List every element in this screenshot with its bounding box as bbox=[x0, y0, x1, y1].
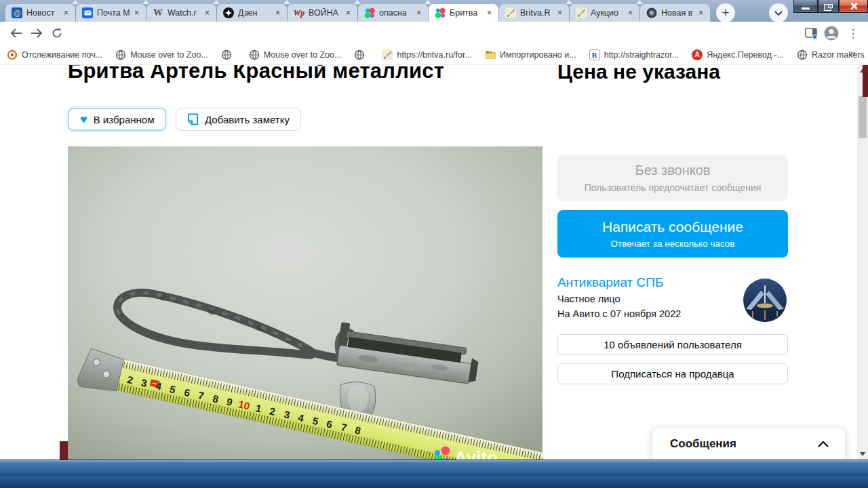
tab-close-icon[interactable]: × bbox=[555, 8, 565, 18]
tab-close-icon[interactable]: × bbox=[414, 8, 424, 18]
tab-pochta[interactable]: Почта М × bbox=[76, 4, 146, 22]
back-icon[interactable] bbox=[7, 24, 26, 43]
yandex-translate-icon: А bbox=[692, 49, 703, 60]
mailru-news-icon: @ bbox=[12, 7, 22, 18]
tab-peak bbox=[213, 0, 220, 4]
tab-peak bbox=[354, 0, 361, 4]
tab-label: Britva.R bbox=[520, 8, 555, 18]
mail-envelope-icon bbox=[82, 7, 93, 18]
bookmark-item[interactable]: Mouse over to Zoo... bbox=[249, 49, 342, 60]
tab-voyna[interactable]: Wp ВОЙНА × bbox=[288, 4, 357, 22]
bookmark-item[interactable] bbox=[221, 49, 236, 60]
seller-type: Частное лицо bbox=[557, 293, 620, 304]
orange-ring-icon bbox=[7, 49, 18, 60]
watch-w-icon: W bbox=[153, 7, 163, 18]
menu-dots-icon[interactable]: ⋮ bbox=[844, 24, 863, 43]
tab-opasna[interactable]: опасна × bbox=[358, 4, 428, 22]
add-note-button[interactable]: Добавить заметку bbox=[176, 108, 301, 131]
screen-artifact bbox=[863, 65, 868, 97]
profile-avatar-icon[interactable] bbox=[822, 24, 841, 43]
razor-icon bbox=[505, 7, 516, 18]
tab-divider bbox=[216, 8, 217, 18]
bookmark-item[interactable]: Отслеживание поч... bbox=[7, 49, 102, 60]
tab-peak bbox=[566, 0, 572, 4]
avito-dots-icon bbox=[364, 7, 375, 18]
tab-divider bbox=[287, 8, 288, 18]
price-label: Цена не указана bbox=[557, 65, 720, 83]
page-content: Бритва Артель Красный металлист Цена не … bbox=[0, 65, 868, 460]
bookmark-item[interactable]: Импортировано и... bbox=[485, 49, 576, 60]
tab-close-icon[interactable]: × bbox=[202, 8, 212, 18]
tab-close-icon[interactable]: × bbox=[696, 8, 706, 18]
tab-label: Дзен bbox=[238, 8, 273, 18]
tab-divider bbox=[569, 8, 570, 18]
seller-avatar[interactable] bbox=[743, 279, 787, 322]
bookmarks-overflow-chevron[interactable]: » bbox=[850, 47, 856, 58]
avito-dots-icon bbox=[435, 7, 446, 18]
maximize-button[interactable] bbox=[818, 0, 839, 13]
seller-name-link[interactable]: Антиквариат СПБ bbox=[557, 275, 663, 290]
tab-peak bbox=[283, 0, 290, 4]
no-calls-subtitle: Пользователь предпочитает сообщения bbox=[585, 182, 762, 193]
listing-photo[interactable]: 2 3 4 5 6 7 8 9 10 1 2 3 4 5 6 7 8 bbox=[68, 146, 542, 460]
tab-novost[interactable]: @ Новост × bbox=[5, 4, 75, 22]
new-tab-button[interactable]: + bbox=[716, 3, 735, 22]
razor-icon bbox=[382, 49, 393, 60]
tab-divider bbox=[75, 8, 76, 18]
globe-icon bbox=[115, 49, 126, 60]
subscribe-seller-button[interactable]: Подписаться на продавца bbox=[557, 363, 788, 384]
tab-divider bbox=[639, 8, 640, 18]
seller-items-button[interactable]: 10 объявлений пользователя bbox=[557, 334, 788, 355]
side-panel-icon[interactable] bbox=[802, 24, 821, 43]
bookmark-item[interactable]: Mouse over to Zoo... bbox=[115, 49, 208, 60]
favorite-button[interactable]: ♥ В избранном bbox=[68, 108, 166, 131]
tab-britva-active[interactable]: Бритва × bbox=[429, 4, 498, 22]
tab-auktsion[interactable]: Аукцио × bbox=[570, 4, 639, 22]
chevron-up-icon[interactable] bbox=[818, 441, 829, 447]
forward-icon[interactable] bbox=[27, 24, 46, 43]
tab-close-icon[interactable]: × bbox=[132, 8, 142, 18]
tab-close-icon[interactable]: × bbox=[484, 8, 494, 18]
razor-icon bbox=[576, 7, 587, 18]
tab-search-chevron[interactable] bbox=[769, 3, 788, 22]
tab-close-icon[interactable]: × bbox=[343, 8, 353, 18]
folder-icon bbox=[485, 49, 496, 60]
globe-icon bbox=[249, 49, 260, 60]
scrollbar-down-arrow[interactable] bbox=[857, 449, 868, 460]
tab-label: ВОЙНА bbox=[309, 8, 343, 18]
tab-close-icon[interactable]: × bbox=[625, 8, 635, 18]
messages-panel-title: Сообщения bbox=[670, 437, 818, 451]
tab-dzen[interactable]: Дзен × bbox=[217, 4, 287, 22]
tab-novaya[interactable]: Новая в × bbox=[640, 4, 710, 22]
heart-icon: ♥ bbox=[80, 113, 87, 127]
globe-icon bbox=[221, 49, 232, 60]
tab-peak bbox=[636, 0, 643, 4]
note-icon bbox=[187, 113, 199, 125]
tab-label: Почта М bbox=[97, 8, 132, 18]
globe-icon bbox=[797, 49, 808, 60]
bookmark-item[interactable] bbox=[354, 49, 369, 60]
no-calls-card: Без звонков Пользователь предпочитает со… bbox=[557, 155, 788, 201]
reload-icon[interactable] bbox=[47, 24, 66, 43]
tab-britvar[interactable]: Britva.R × bbox=[499, 4, 569, 22]
window-controls bbox=[793, 0, 868, 13]
minimize-button[interactable] bbox=[793, 0, 818, 13]
srp-icon: R bbox=[589, 49, 600, 60]
bookmarks-bar: Отслеживание поч... Mouse over to Zoo...… bbox=[0, 45, 868, 65]
scrollbar-thumb[interactable] bbox=[859, 96, 867, 138]
bookmark-item[interactable]: R http://straightrazor... bbox=[589, 49, 679, 60]
bookmark-item[interactable]: А Яндекс.Перевод -... bbox=[692, 49, 784, 60]
tab-close-icon[interactable]: × bbox=[61, 8, 71, 18]
bookmark-item[interactable]: https://britva.ru/for... bbox=[382, 49, 471, 60]
page-title: Бритва Артель Красный металлист bbox=[68, 65, 444, 83]
tab-peak bbox=[425, 0, 431, 4]
tab-watch[interactable]: W Watch.r × bbox=[146, 4, 216, 22]
tab-label: Аукцио bbox=[591, 8, 625, 18]
write-message-button[interactable]: Написать сообщение Отвечает за несколько… bbox=[557, 210, 788, 258]
tab-divider bbox=[146, 8, 146, 18]
no-calls-title: Без звонков bbox=[635, 163, 711, 178]
messages-panel[interactable]: Сообщения bbox=[652, 428, 845, 460]
tab-close-icon[interactable]: × bbox=[273, 8, 283, 18]
tab-label: Новост bbox=[26, 8, 61, 18]
close-button[interactable] bbox=[839, 0, 868, 13]
